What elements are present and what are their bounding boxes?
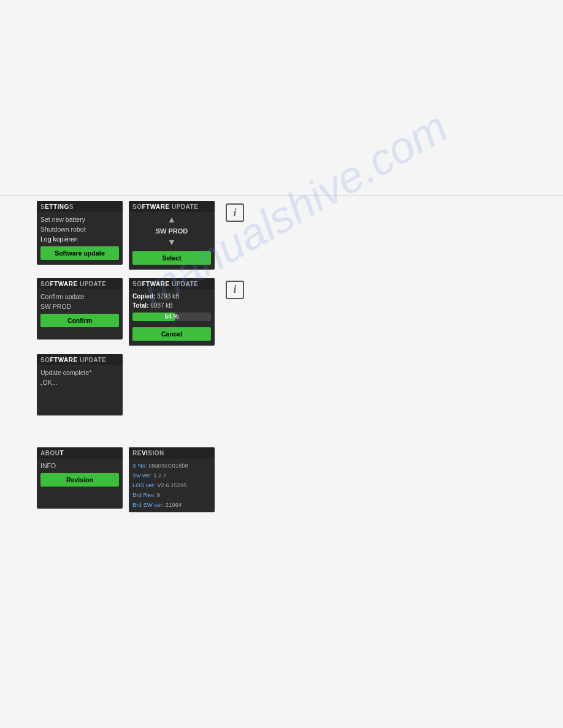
settings-body: Set new battery Shutdown robot Log kopië… [37, 212, 123, 265]
sw-update-header-1: SOFTWARE UPDATE [129, 201, 215, 212]
total-value: 6087 kB [150, 302, 173, 309]
row3: SOFTWARE UPDATE Update complete* „OK... [37, 354, 244, 415]
brdrev-value: 9 [157, 491, 160, 498]
sw-update-panel-1: SOFTWARE UPDATE ▲ SW PROD ▼ Select [129, 201, 215, 270]
copy-info: Copied: 3293 kB Total: 6087 kB [129, 289, 215, 311]
settings-header-highlight: ETTING [45, 203, 69, 210]
revision-header: REVISION [129, 447, 215, 458]
copied-label: Copied: [132, 293, 155, 300]
brdswver-field: Brd SW ver: 21964 [132, 500, 211, 510]
about-header: ABOUT [37, 447, 123, 458]
divider [0, 195, 563, 195]
menu-item-log[interactable]: Log kopiëren [40, 234, 119, 244]
revision-panel: REVISION S No: c8a03eC016b8 Sw ver: 1.2.… [129, 447, 215, 513]
confirm-body: Confirm update SW PROD Confirm [37, 289, 123, 332]
confirm-button[interactable]: Confirm [40, 314, 119, 327]
info-icon-1: i [226, 203, 244, 222]
losver-label: LOS ver: [132, 482, 156, 488]
sw-selector: ▲ SW PROD ▼ Select [129, 212, 215, 270]
update-complete-panel: SOFTWARE UPDATE Update complete* „OK... [37, 354, 123, 415]
progress-panel: SOFTWARE UPDATE Copied: 3293 kB Total: 6… [129, 278, 215, 346]
total-label: Total: [132, 302, 148, 309]
confirm-update-text: Confirm update [40, 292, 119, 301]
row2: SOFTWARE UPDATE Confirm update SW PROD C… [37, 278, 244, 346]
brdswver-value: 21964 [166, 501, 182, 508]
sno-field: S No: c8a03eC016b8 [132, 461, 211, 471]
confirm-update-panel: SOFTWARE UPDATE Confirm update SW PROD C… [37, 278, 123, 339]
sw-arrow-up[interactable]: ▲ [167, 214, 176, 225]
settings-panel: SETTINGS Set new battery Shutdown robot … [37, 201, 123, 265]
settings-header-post: S [69, 203, 74, 210]
cancel-button[interactable]: Cancel [132, 327, 211, 341]
losver-field: LOS ver: V2.6.15295 [132, 480, 211, 490]
settings-header: SETTINGS [37, 201, 123, 212]
select-button[interactable]: Select [132, 251, 211, 265]
about-body: INFO Revision [37, 458, 123, 491]
row1: SETTINGS Set new battery Shutdown robot … [37, 201, 244, 270]
update-ok-text: „OK... [40, 377, 119, 387]
swver-value: 1.2.7 [153, 472, 166, 479]
confirm-sw-text: SW PROD [40, 301, 119, 311]
update-complete-header: SOFTWARE UPDATE [37, 354, 123, 365]
swver-field: Sw ver: 1.2.7 [132, 471, 211, 480]
update-complete-text: Update complete* [40, 368, 119, 377]
info-icon-2: i [226, 281, 244, 299]
about-panel: ABOUT INFO Revision [37, 447, 123, 509]
copied-value: 3293 kB [157, 293, 180, 300]
brdrev-field: Brd Rev: 9 [132, 490, 211, 500]
progress-bar-bg: 54 % [132, 313, 211, 321]
cancel-body: Cancel [129, 322, 215, 346]
panels-area: SETTINGS Set new battery Shutdown robot … [37, 201, 244, 512]
revision-body: S No: c8a03eC016b8 Sw ver: 1.2.7 LOS ver… [129, 458, 215, 513]
spacer [37, 424, 244, 439]
losver-value: V2.6.15295 [157, 482, 187, 488]
update-complete-body: Update complete* „OK... [37, 365, 123, 390]
sno-label: S No: [132, 462, 147, 469]
progress-text: 54 % [132, 313, 211, 321]
progress-bar-container: 54 % [129, 311, 215, 322]
brdrev-label: Brd Rev: [132, 491, 155, 498]
sno-value: c8a03eC016b8 [148, 462, 188, 469]
menu-item-shutdown[interactable]: Shutdown robot [40, 224, 119, 234]
swver-label: Sw ver: [132, 472, 152, 479]
menu-item-battery[interactable]: Set new battery [40, 214, 119, 224]
brdswver-label: Brd SW ver: [132, 501, 164, 508]
about-revision-button[interactable]: Revision [40, 473, 119, 487]
confirm-update-header: SOFTWARE UPDATE [37, 278, 123, 289]
progress-header: SOFTWARE UPDATE [129, 278, 215, 289]
row4: ABOUT INFO Revision REVISION S No: c8a03… [37, 447, 244, 513]
sw-value: SW PROD [156, 225, 188, 237]
sw-arrow-down[interactable]: ▼ [167, 237, 176, 248]
about-info-item[interactable]: INFO [40, 461, 119, 471]
software-update-button[interactable]: Software update [40, 246, 119, 260]
